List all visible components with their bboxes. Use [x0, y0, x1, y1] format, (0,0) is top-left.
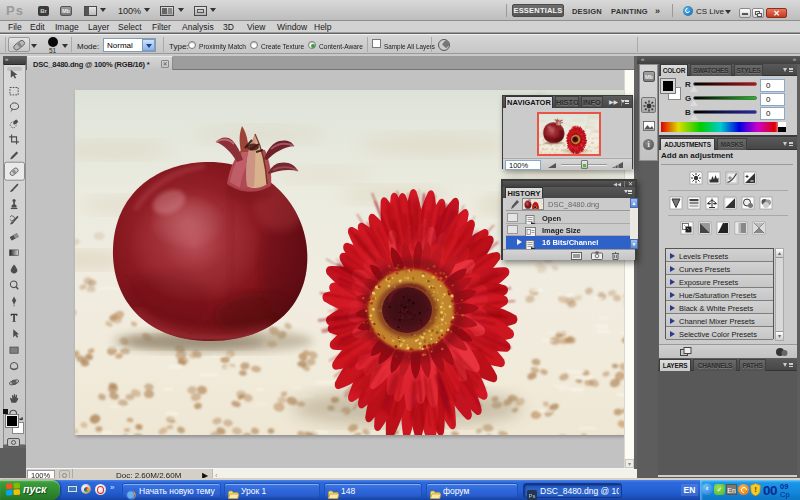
svg-text:Ps: Ps [528, 492, 535, 498]
svg-text:!: ! [754, 485, 757, 494]
